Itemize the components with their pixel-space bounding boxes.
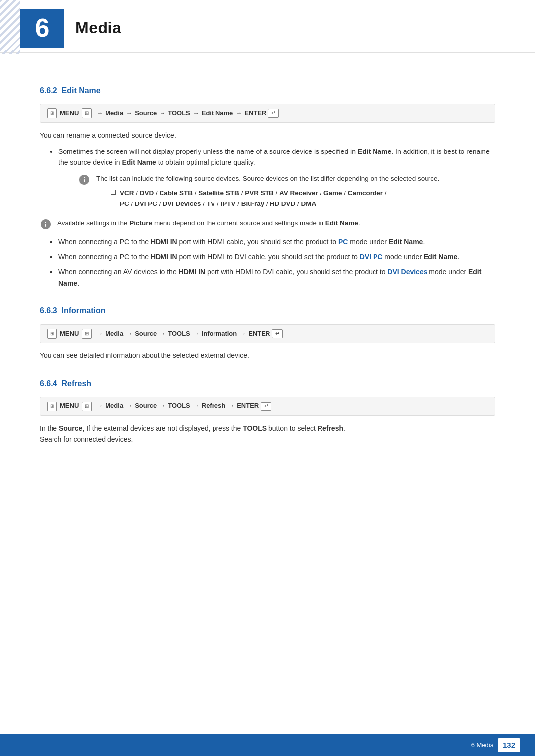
enter-icon: ↵ — [268, 109, 279, 118]
note-content-1: The list can include the following sourc… — [96, 173, 439, 213]
arrow-1: → — [96, 108, 103, 119]
section-663-heading: 6.6.3 Information — [40, 304, 495, 317]
nav-path-662: ⊞ MENU ⊞ → Media → Source → TOOLS → Edit… — [40, 104, 495, 123]
note-content-2: Available settings in the Picture menu d… — [57, 218, 360, 229]
footer-page: 132 — [498, 738, 520, 752]
menu-icon-663: ⊞ — [47, 329, 57, 339]
section-662-heading: 6.6.2 Edit Name — [40, 84, 495, 97]
sub-item-devices: VCR / DVD / Cable STB / Satellite STB / … — [111, 188, 439, 209]
menu-icon: ⊞ — [47, 108, 57, 118]
section-664-heading: 6.6.4 Refresh — [40, 377, 495, 390]
device-list: VCR / DVD / Cable STB / Satellite STB / … — [120, 188, 387, 209]
note-box-1: The list can include the following sourc… — [78, 173, 495, 213]
menu-label: MENU — [60, 108, 79, 119]
grid-icon: ⊞ — [82, 108, 92, 118]
section-662-intro: You can rename a connected source device… — [40, 130, 495, 141]
note-icon-1 — [78, 174, 91, 187]
nav-path-664: ⊞ MENU ⊞ → Media → Source → TOOLS → Refr… — [40, 397, 495, 416]
main-content: 6.6.2 Edit Name ⊞ MENU ⊞ → Media → Sourc… — [0, 53, 535, 470]
extra-bullet-2: When connecting a PC to the HDMI IN port… — [50, 252, 495, 262]
extra-bullet-3: When connecting an AV devices to the HDM… — [50, 266, 495, 289]
menu-icon-664: ⊞ — [47, 402, 57, 411]
note-icon-2 — [40, 218, 53, 231]
section-663-intro: You can see detailed information about t… — [40, 350, 495, 361]
page-footer: 6 Media 132 — [0, 734, 535, 756]
bullet-item-1: Sometimes the screen will not display pr… — [50, 146, 495, 213]
grid-icon-663: ⊞ — [82, 329, 92, 339]
note-box-2: Available settings in the Picture menu d… — [40, 218, 495, 231]
sub-bullet — [111, 190, 116, 195]
grid-icon-664: ⊞ — [82, 402, 92, 411]
extra-bullet-1: When connecting a PC to the HDMI IN port… — [50, 236, 495, 247]
stripe-decoration — [0, 0, 20, 54]
nav-path-663: ⊞ MENU ⊞ → Media → Source → TOOLS → Info… — [40, 324, 495, 344]
enter-icon-663: ↵ — [272, 329, 283, 338]
bullet-list-662: Sometimes the screen will not display pr… — [50, 146, 495, 213]
section-664-intro: In the Source, If the external devices a… — [40, 423, 495, 445]
chapter-header: 6 Media — [0, 0, 535, 53]
footer-label: 6 Media — [471, 740, 494, 751]
enter-icon-664: ↵ — [261, 402, 271, 411]
chapter-number: 6 — [20, 9, 64, 48]
extra-bullets-662: When connecting a PC to the HDMI IN port… — [50, 236, 495, 289]
chapter-title: Media — [75, 15, 121, 41]
